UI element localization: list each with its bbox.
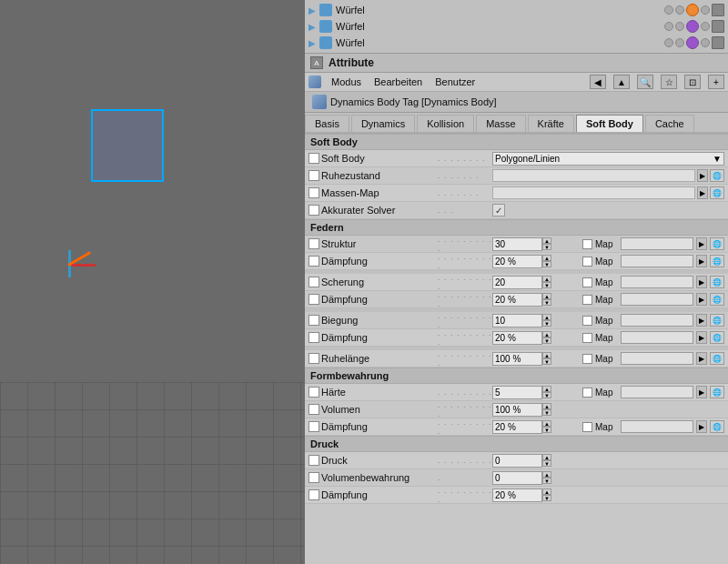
- spin-volumen[interactable]: ▲▼: [542, 403, 551, 416]
- menu-benutzer[interactable]: Benutzer: [432, 76, 478, 88]
- map-arrow-biegung[interactable]: ▶: [696, 314, 707, 327]
- spin-daempfung3[interactable]: ▲▼: [542, 331, 551, 344]
- checkbox-ruhelaenge[interactable]: [308, 353, 319, 364]
- map-icon-daempfung3[interactable]: 🌐: [710, 331, 724, 344]
- checkbox-daempfung2[interactable]: [308, 294, 319, 305]
- map-arrow-ruhelaenge[interactable]: ▶: [696, 352, 707, 365]
- map-check-daempfung4[interactable]: [582, 422, 592, 432]
- arrow-ruhezustand[interactable]: ▶: [697, 169, 708, 182]
- add-btn[interactable]: +: [708, 75, 724, 89]
- spin-scherung[interactable]: ▲▼: [542, 276, 551, 288]
- map-input-daempfung4[interactable]: [621, 420, 693, 433]
- input-daempfung4[interactable]: 20 %: [492, 420, 542, 434]
- dropdown-softbody[interactable]: Polygone/Linien ▼: [492, 152, 724, 166]
- menu-bearbeiten[interactable]: Bearbeiten: [371, 76, 425, 88]
- spin-volumenbewahrung[interactable]: ▲▼: [542, 471, 551, 484]
- checkbox-daempfung4[interactable]: [308, 421, 319, 432]
- tab-basis[interactable]: Basis: [305, 115, 349, 132]
- map-check-struktur[interactable]: [582, 239, 592, 249]
- map-icon-haerte[interactable]: 🌐: [710, 386, 724, 398]
- map-check-daempfung3[interactable]: [582, 333, 592, 343]
- map-arrow-scherung[interactable]: ▶: [696, 276, 707, 288]
- map-arrow-struktur[interactable]: ▶: [696, 237, 707, 250]
- spin-ruhelaenge[interactable]: ▲▼: [542, 352, 551, 365]
- arrow-massenmap[interactable]: ▶: [697, 186, 708, 199]
- tab-masse[interactable]: Masse: [476, 115, 525, 132]
- map-check-scherung[interactable]: [582, 277, 592, 287]
- map-arrow-haerte[interactable]: ▶: [696, 386, 707, 398]
- input-scherung[interactable]: 20: [492, 276, 542, 289]
- map-icon-ruhelaenge[interactable]: 🌐: [710, 352, 724, 365]
- tab-softbody[interactable]: Soft Body: [576, 115, 643, 132]
- input-druck[interactable]: 0: [492, 454, 542, 468]
- spin-daempfung1[interactable]: ▲▼: [542, 255, 551, 267]
- input-ruhezustand[interactable]: [492, 169, 695, 182]
- map-arrow-daempfung4[interactable]: ▶: [696, 420, 707, 433]
- checkbox-softbody[interactable]: [308, 153, 319, 164]
- checkbox-daempfung5[interactable]: [308, 489, 319, 500]
- bookmark-btn[interactable]: ☆: [661, 75, 677, 89]
- spin-daempfung2[interactable]: ▲▼: [542, 293, 551, 306]
- input-volumenbewahrung[interactable]: 0: [492, 471, 542, 485]
- checkbox-daempfung1[interactable]: [308, 256, 319, 267]
- input-daempfung2[interactable]: 20 %: [492, 293, 542, 307]
- checkbox-druck[interactable]: [308, 455, 319, 466]
- nav-forward-btn[interactable]: ▲: [613, 75, 630, 89]
- map-check-haerte[interactable]: [582, 388, 592, 398]
- map-check-daempfung1[interactable]: [582, 257, 592, 267]
- map-icon-biegung[interactable]: 🌐: [710, 314, 724, 327]
- input-massenmap[interactable]: [492, 186, 695, 199]
- map-icon-daempfung1[interactable]: 🌐: [710, 255, 724, 267]
- map-input-daempfung3[interactable]: [621, 331, 693, 344]
- akkurater-check[interactable]: ✓: [492, 204, 505, 217]
- checkbox-volumenbewahrung[interactable]: [308, 472, 319, 483]
- input-biegung[interactable]: 10: [492, 314, 542, 327]
- spin-biegung[interactable]: ▲▼: [542, 314, 551, 327]
- map-check-biegung[interactable]: [582, 316, 592, 326]
- checkbox-haerte[interactable]: [308, 387, 319, 398]
- map-input-struktur[interactable]: [621, 237, 693, 250]
- input-struktur[interactable]: 30: [492, 237, 542, 251]
- map-input-scherung[interactable]: [621, 276, 693, 288]
- map-icon-struktur[interactable]: 🌐: [710, 237, 724, 250]
- input-daempfung5[interactable]: 20 %: [492, 488, 542, 502]
- checkbox-struktur[interactable]: [308, 238, 319, 249]
- spin-daempfung5[interactable]: ▲▼: [542, 488, 551, 501]
- tab-kraefte[interactable]: Kräfte: [528, 115, 574, 132]
- tab-kollision[interactable]: Kollision: [417, 115, 474, 132]
- map-input-daempfung1[interactable]: [621, 255, 693, 267]
- input-ruhelaenge[interactable]: 100 %: [492, 352, 542, 366]
- tab-cache[interactable]: Cache: [645, 115, 694, 132]
- spin-haerte[interactable]: ▲▼: [542, 386, 551, 398]
- spin-struktur[interactable]: ▲▼: [542, 237, 551, 250]
- map-icon-daempfung4[interactable]: 🌐: [710, 420, 724, 433]
- map-arrow-daempfung2[interactable]: ▶: [696, 293, 707, 306]
- checkbox-ruhezustand[interactable]: [308, 170, 319, 181]
- checkbox-massenmap[interactable]: [308, 187, 319, 198]
- map-arrow-daempfung3[interactable]: ▶: [696, 331, 707, 344]
- input-haerte[interactable]: 5: [492, 386, 542, 399]
- map-arrow-daempfung1[interactable]: ▶: [696, 255, 707, 267]
- map-input-biegung[interactable]: [621, 314, 693, 327]
- input-volumen[interactable]: 100 %: [492, 403, 542, 417]
- menu-modus[interactable]: Modus: [329, 76, 364, 88]
- spin-daempfung4[interactable]: ▲▼: [542, 420, 551, 433]
- checkbox-daempfung3[interactable]: [308, 332, 319, 343]
- map-check-ruhelaenge[interactable]: [582, 354, 592, 364]
- spin-druck[interactable]: ▲▼: [542, 454, 551, 467]
- search-btn[interactable]: 🔍: [637, 75, 653, 89]
- map-input-ruhelaenge[interactable]: [621, 352, 693, 365]
- checkbox-biegung[interactable]: [308, 315, 319, 326]
- icon-ruhezustand[interactable]: 🌐: [710, 169, 724, 182]
- nav-back-btn[interactable]: ◀: [590, 75, 606, 89]
- input-daempfung1[interactable]: 20 %: [492, 255, 542, 268]
- input-daempfung3[interactable]: 20 %: [492, 331, 542, 345]
- map-input-daempfung2[interactable]: [621, 293, 693, 306]
- checkbox-volumen[interactable]: [308, 404, 319, 415]
- map-icon-scherung[interactable]: 🌐: [710, 276, 724, 288]
- checkbox-akkurater[interactable]: [308, 205, 319, 216]
- tab-dynamics[interactable]: Dynamics: [351, 115, 415, 132]
- map-input-haerte[interactable]: [621, 386, 693, 398]
- icon-massenmap[interactable]: 🌐: [710, 186, 724, 199]
- checkbox-scherung[interactable]: [308, 277, 319, 287]
